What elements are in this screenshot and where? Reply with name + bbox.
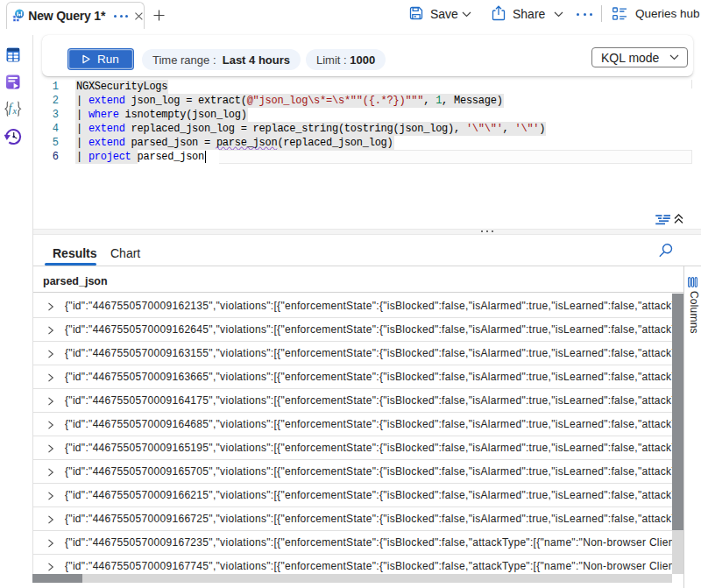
svg-text:x: x: [12, 106, 18, 116]
